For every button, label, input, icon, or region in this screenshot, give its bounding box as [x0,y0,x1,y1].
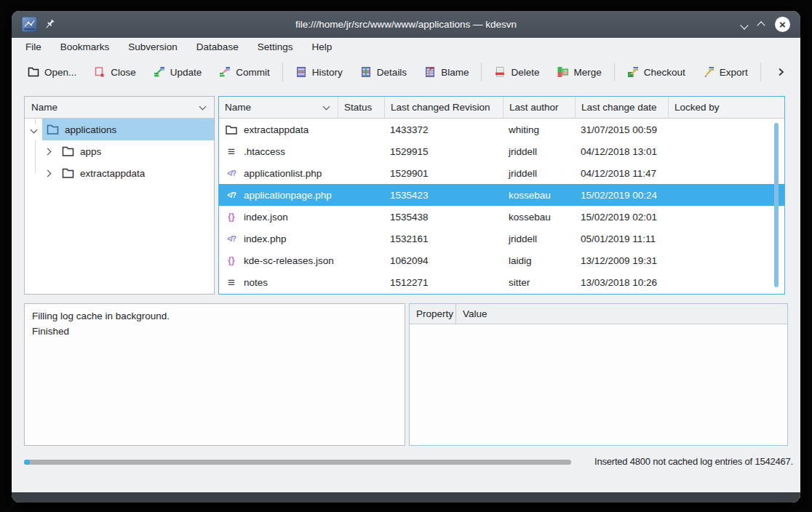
kdesvn-window: file:///home/jr/src/www/www/applications… [12,11,800,503]
close-document-icon [94,66,106,78]
maximize-button[interactable] [758,18,764,31]
close-button[interactable]: × [775,17,790,32]
tree-item-content: apps [57,140,214,162]
file-row-applicationlist[interactable]: applicationlist.php 1529901 jriddell 04/… [219,162,784,184]
column-header-revision[interactable]: Last changed Revision [385,97,503,119]
tree-item-selected-highlight: applications [42,119,214,140]
menu-settings[interactable]: Settings [248,38,303,57]
toolbar-overflow-button[interactable] [768,61,793,83]
file-date: 05/01/2019 11:11 [576,228,669,249]
pin-icon[interactable] [44,19,55,31]
toolbar-label: History [312,67,343,78]
file-author: kossebau [503,206,576,228]
tree-item-apps[interactable]: apps [25,140,214,162]
file-date: 04/12/2018 13:01 [576,140,669,162]
toolbar-button-blame[interactable]: Blame [415,61,477,83]
json-file-icon [225,255,238,266]
toolbar-separator [282,63,283,81]
column-header-date[interactable]: Last change date [576,97,669,119]
menu-database[interactable]: Database [187,38,248,57]
column-header-property[interactable]: Property [410,304,456,324]
column-header-value[interactable]: Value [456,304,487,324]
close-icon: × [779,19,786,30]
menu-file[interactable]: File [16,38,51,57]
properties-header: Property Value [410,304,787,324]
column-header-status[interactable]: Status [338,97,385,119]
file-row-indexjson[interactable]: index.json 1535438 kossebau 15/02/2019 0… [219,206,784,228]
file-row-indexphp[interactable]: index.php 1532161 jriddell 05/01/2019 11… [219,228,784,249]
details-icon [360,66,372,78]
menu-help[interactable]: Help [302,38,341,57]
file-row-applicationpage-selected[interactable]: applicationpage.php 1535423 kossebau 15/… [219,184,784,206]
chevron-down-icon [740,21,748,29]
file-row-notes[interactable]: notes 1512271 sitter 13/03/2018 10:26 [219,271,784,293]
tree-item-label: applications [65,124,116,135]
column-header-author[interactable]: Last author [503,97,576,119]
kdesvn-app-icon [22,17,37,32]
tree-item-content: extractappdata [57,162,214,184]
file-date: 15/02/2019 00:24 [576,184,669,206]
toolbar-button-delete[interactable]: Delete [485,61,548,83]
tree-header[interactable]: Name [25,97,214,119]
toolbar-button-checkout[interactable]: Checkout [618,61,694,83]
repository-tree-panel: Name applications apps [24,96,215,295]
file-revision: 1535438 [385,206,503,228]
menu-subversion[interactable]: Subversion [119,38,187,57]
file-locked-by [669,249,784,271]
file-name: .htaccess [244,146,285,157]
toolbar-button-open[interactable]: Open... [19,61,85,83]
file-list-header: Name Status Last changed Revision Last a… [219,97,784,119]
tree-body: applications apps extractappdata [25,119,214,294]
file-revision: 1433372 [385,119,503,140]
file-revision: 1529901 [385,162,503,184]
file-list-scrollbar[interactable] [774,123,779,287]
file-row-extractappdata[interactable]: extractappdata 1433372 whiting 31/07/201… [219,119,784,140]
chevron-up-icon [757,21,765,29]
toolbar-separator [760,63,761,81]
text-file-icon [225,145,238,157]
file-list-panel: Name Status Last changed Revision Last a… [218,96,785,295]
toolbar-button-update[interactable]: Update [145,61,211,83]
expander-chevron-right-icon[interactable] [44,169,52,177]
sort-chevron-icon [323,103,330,110]
file-date: 15/02/2019 02:01 [576,206,669,228]
toolbar-label: Merge [573,67,601,78]
blame-icon [424,66,436,78]
file-locked-by [669,140,784,162]
file-author: laidig [503,249,576,271]
toolbar-button-history[interactable]: History [287,61,351,83]
file-date: 04/12/2018 11:47 [576,162,669,184]
toolbar-button-commit[interactable]: Commit [210,61,279,83]
toolbar-label: Close [111,67,136,78]
file-name: index.json [244,212,288,223]
column-header-name[interactable]: Name [219,97,338,119]
file-date: 13/12/2009 19:31 [576,249,669,271]
toolbar-label: Update [170,67,202,78]
column-header-locked-by[interactable]: Locked by [669,97,784,119]
file-locked-by [669,271,784,293]
tree-item-applications[interactable]: applications [25,119,214,140]
toolbar: Open... Close Update Commit History Deta… [12,57,800,87]
file-row-htaccess[interactable]: .htaccess 1529915 jriddell 04/12/2018 13… [219,140,784,162]
minimize-button[interactable] [741,18,747,31]
toolbar-button-merge[interactable]: Merge [548,61,610,83]
titlebar[interactable]: file:///home/jr/src/www/www/applications… [12,11,800,38]
file-status [338,162,385,184]
toolbar-button-details[interactable]: Details [351,61,415,83]
log-line: Filling log cache in background. [32,308,397,324]
file-name: index.php [244,233,287,244]
toolbar-button-close[interactable]: Close [85,61,145,83]
tree-item-extractappdata[interactable]: extractappdata [25,162,214,184]
log-output-panel[interactable]: Filling log cache in background. Finishe… [24,303,405,446]
column-header-label: Last author [509,102,559,113]
file-revision: 1062094 [385,249,503,271]
column-header-label: Last changed Revision [391,102,490,113]
menu-bookmarks[interactable]: Bookmarks [51,38,119,57]
toolbar-button-export[interactable]: Export [694,61,757,83]
expander-chevron-down-icon[interactable] [31,126,38,133]
expander-chevron-right-icon[interactable] [44,148,52,155]
tree-item-label: apps [80,146,101,157]
properties-panel: Property Value [409,303,788,446]
toolbar-label: Commit [236,67,270,78]
file-row-kdescreleases[interactable]: kde-sc-releases.json 1062094 laidig 13/1… [219,249,784,271]
